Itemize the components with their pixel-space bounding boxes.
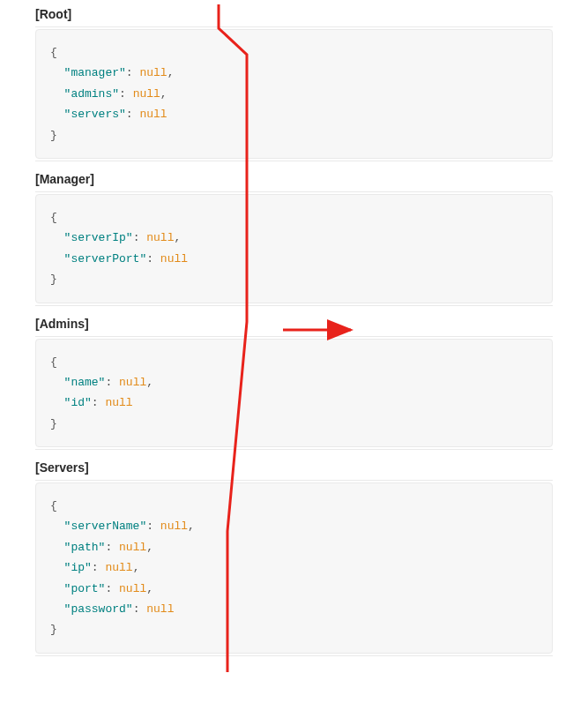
- code-value: null: [139, 108, 167, 121]
- document-content: [Root]{ "manager": null, "admins": null,…: [0, 0, 588, 674]
- code-key: "id": [64, 396, 92, 409]
- code-value: null: [105, 396, 132, 409]
- divider: [35, 449, 553, 450]
- code-block: { "serverName": null, "path": null, "ip"…: [35, 482, 553, 654]
- code-block: { "manager": null, "admins": null, "serv…: [35, 29, 553, 159]
- code-value: null: [139, 66, 167, 79]
- code-key: "serverName": [64, 520, 147, 533]
- divider: [35, 655, 553, 656]
- divider: [35, 191, 553, 192]
- code-key: "password": [64, 602, 133, 616]
- code-brace: }: [50, 417, 57, 430]
- code-key: "serverIp": [64, 231, 133, 244]
- code-key: "port": [64, 582, 106, 595]
- code-key: "manager": [64, 66, 126, 79]
- section-title: [Root]: [35, 7, 553, 21]
- code-value: null: [146, 602, 174, 616]
- code-brace: {: [50, 211, 57, 224]
- section: [Admins]{ "name": null, "id": null }: [35, 317, 553, 451]
- code-block: { "name": null, "id": null }: [35, 339, 553, 448]
- code-key: "serverPort": [64, 252, 147, 265]
- code-value: null: [133, 87, 160, 101]
- section: [Manager]{ "serverIp": null, "serverPort…: [35, 172, 553, 306]
- code-key: "ip": [64, 561, 92, 574]
- code-brace: {: [50, 46, 57, 59]
- code-brace: }: [50, 273, 57, 286]
- section-title: [Admins]: [35, 317, 553, 331]
- code-value: null: [119, 376, 146, 389]
- code-value: null: [119, 541, 146, 554]
- code-brace: }: [50, 623, 57, 636]
- code-block: { "serverIp": null, "serverPort": null }: [35, 194, 553, 303]
- code-key: "servers": [64, 108, 126, 121]
- code-value: null: [160, 520, 188, 533]
- divider: [35, 26, 553, 27]
- code-value: null: [160, 252, 188, 265]
- code-brace: {: [50, 499, 57, 512]
- code-value: null: [119, 582, 146, 595]
- divider: [35, 336, 553, 337]
- code-brace: }: [50, 129, 57, 142]
- divider: [35, 161, 553, 161]
- code-brace: {: [50, 355, 57, 369]
- section-title: [Manager]: [35, 172, 553, 186]
- section: [Root]{ "manager": null, "admins": null,…: [35, 7, 553, 161]
- code-key: "admins": [64, 87, 119, 101]
- code-key: "name": [64, 376, 106, 389]
- section-title: [Servers]: [35, 460, 553, 475]
- divider: [35, 480, 553, 481]
- divider: [35, 305, 553, 306]
- code-value: null: [105, 561, 132, 574]
- code-value: null: [146, 231, 174, 244]
- section: [Servers]{ "serverName": null, "path": n…: [35, 460, 553, 656]
- code-key: "path": [64, 541, 106, 554]
